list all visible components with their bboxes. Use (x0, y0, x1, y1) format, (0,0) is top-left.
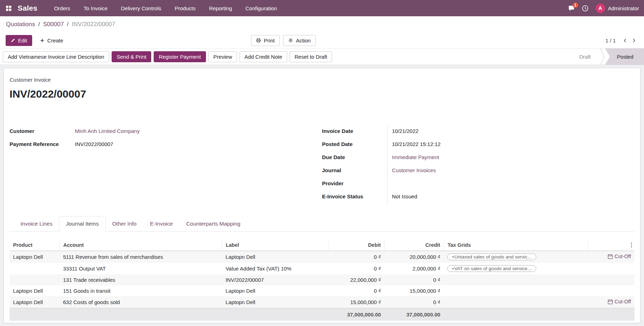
tab-invoice-lines[interactable]: Invoice Lines (14, 216, 59, 232)
chevron-right-icon (631, 38, 637, 43)
field-row-payment-reference: Payment Reference INV/2022/00007 (10, 139, 322, 152)
gear-icon (288, 38, 293, 43)
table-row[interactable]: Laptopn Dell 151 Goods in transit Laptop… (10, 285, 634, 296)
breadcrumb-separator: / (38, 21, 40, 28)
cell-product: Laptopn Dell (10, 251, 60, 263)
cell-account: 151 Goods in transit (60, 285, 222, 296)
create-button-label: Create (47, 37, 63, 43)
table-totals-row: 37,000,000.00 37,000,000.00 (10, 308, 634, 321)
pager: 1 / 1 (605, 37, 638, 44)
column-options-icon[interactable] (631, 242, 632, 248)
breadcrumb-separator: / (67, 21, 69, 28)
breadcrumb-current: INV/2022/00007 (72, 21, 115, 28)
column-header-product[interactable]: Product (10, 239, 60, 251)
total-credit: 37,000,000.00 (384, 308, 444, 321)
customer-label: Customer (10, 126, 75, 139)
edit-button-label: Edit (18, 37, 27, 43)
table-row[interactable]: 33311 Output VAT Value Added Tax (VAT) 1… (10, 263, 634, 274)
send-and-print-button[interactable]: Send & Print (112, 51, 151, 62)
table-header-row: Product Account Label Debit Credit Tax G… (10, 239, 634, 251)
menu-item-delivery-controls[interactable]: Delivery Controls (114, 0, 168, 16)
cell-tax-grids (444, 285, 587, 296)
journal-value-link[interactable]: Customer Invoices (392, 165, 436, 178)
control-panel: Edit Create Print Action 1 / 1 (0, 33, 644, 48)
cell-cutoff (587, 285, 634, 296)
apps-menu-button[interactable] (0, 0, 17, 16)
add-vietnamese-invoice-line-description-button[interactable]: Add Vietnamese Invoice Line Description (3, 51, 109, 62)
cell-debit: 15,000,000 ₫ (328, 296, 384, 308)
field-row-due-date: Due Date Immediate Payment (322, 152, 472, 165)
print-button[interactable]: Print (251, 35, 280, 46)
tax-grid-tag[interactable]: +Untaxed sales of goods and servic… (447, 254, 536, 260)
due-date-label: Due Date (322, 152, 388, 165)
payment-reference-label: Payment Reference (10, 139, 75, 152)
user-menu[interactable]: A Administrator (596, 4, 639, 13)
action-button[interactable]: Action (283, 35, 316, 46)
calendar-icon (608, 299, 613, 304)
main-menu: Orders To Invoice Delivery Controls Prod… (47, 0, 284, 16)
cell-account: 632 Costs of goods sold (60, 296, 222, 308)
journal-items-table: Product Account Label Debit Credit Tax G… (10, 239, 634, 321)
edit-button[interactable]: Edit (6, 35, 32, 46)
cell-debit: 0 ₫ (328, 285, 384, 296)
action-button-label: Action (296, 37, 311, 43)
cell-label: INV/2022/00007 (222, 274, 328, 285)
preview-button[interactable]: Preview (208, 51, 237, 62)
column-header-label[interactable]: Label (222, 239, 328, 251)
column-header-account[interactable]: Account (60, 239, 222, 251)
reset-to-draft-button[interactable]: Reset to Draft (290, 51, 332, 62)
customer-value-link[interactable]: Minh Anh Limited Company (75, 126, 140, 139)
cutoff-button[interactable]: Cut-Off (608, 299, 631, 304)
cell-credit: 2,000,000 ₫ (384, 263, 444, 274)
activities-button[interactable] (582, 5, 589, 12)
column-header-tax-grids[interactable]: Tax Grids (444, 239, 587, 251)
app-brand[interactable]: Sales (18, 4, 37, 12)
column-header-debit[interactable]: Debit (328, 239, 384, 251)
invoice-date-label: Invoice Date (322, 126, 388, 139)
cell-credit: 0 ₫ (384, 274, 444, 285)
document-type-label: Customer Invoice (10, 77, 634, 83)
menu-item-to-invoice[interactable]: To Invoice (77, 0, 114, 16)
cell-label: Value Added Tax (VAT) 10% (222, 263, 328, 274)
table-row[interactable]: Laptopn Dell 5111 Revenue from sales of … (10, 251, 634, 263)
cell-product (10, 263, 60, 274)
register-payment-button[interactable]: Register Payment (154, 51, 206, 62)
journal-label: Journal (322, 165, 388, 178)
table-row[interactable]: Laptopn Dell 632 Costs of goods sold Lap… (10, 296, 634, 308)
menu-item-orders[interactable]: Orders (47, 0, 77, 16)
cell-account: 33311 Output VAT (60, 263, 222, 274)
create-button[interactable]: Create (35, 35, 68, 46)
cell-label: Laptopn Dell (222, 296, 328, 308)
tab-e-invoice[interactable]: E-Invoice (143, 216, 179, 232)
field-group-left: Customer Minh Anh Limited Company Paymen… (10, 126, 322, 204)
due-date-value-link[interactable]: Immediate Payment (392, 152, 439, 165)
status-step-draft[interactable]: Draft (570, 48, 600, 65)
field-row-journal: Journal Customer Invoices (322, 165, 472, 178)
pager-next-button[interactable] (630, 37, 638, 44)
status-step-posted[interactable]: Posted (605, 48, 644, 65)
field-row-einvoice-status: E-Invoice Status Not Issued (322, 191, 472, 204)
breadcrumb-link-quotations[interactable]: Quotations (6, 21, 35, 28)
cutoff-button[interactable]: Cut-Off (608, 254, 631, 259)
menu-item-reporting[interactable]: Reporting (202, 0, 239, 16)
column-header-extra (587, 239, 634, 251)
cell-debit: 0 ₫ (328, 251, 384, 263)
tab-counterparts-mapping[interactable]: Counterparts Mapping (179, 216, 247, 232)
field-groups: Customer Minh Anh Limited Company Paymen… (10, 126, 634, 204)
table-row[interactable]: 131 Trade receivables INV/2022/00007 22,… (10, 274, 634, 285)
column-header-credit[interactable]: Credit (384, 239, 444, 251)
pager-count: 1 / 1 (605, 37, 616, 43)
tax-grid-tag[interactable]: +VAT on sales of goods and service… (447, 265, 536, 272)
tab-journal-items[interactable]: Journal Items (59, 216, 105, 232)
total-debit: 37,000,000.00 (328, 308, 384, 321)
pager-previous-button[interactable] (621, 37, 630, 44)
messages-badge: 1 (573, 2, 578, 8)
tab-other-info[interactable]: Other Info (106, 216, 143, 232)
menu-item-configuration[interactable]: Configuration (239, 0, 284, 16)
user-name: Administrator (608, 5, 639, 11)
menu-item-products[interactable]: Products (168, 0, 202, 16)
messages-button[interactable]: 1 (568, 5, 575, 11)
cell-cutoff: Cut-Off (587, 296, 634, 308)
add-credit-note-button[interactable]: Add Credit Note (240, 51, 287, 62)
breadcrumb-link-s00007[interactable]: S00007 (43, 21, 64, 28)
